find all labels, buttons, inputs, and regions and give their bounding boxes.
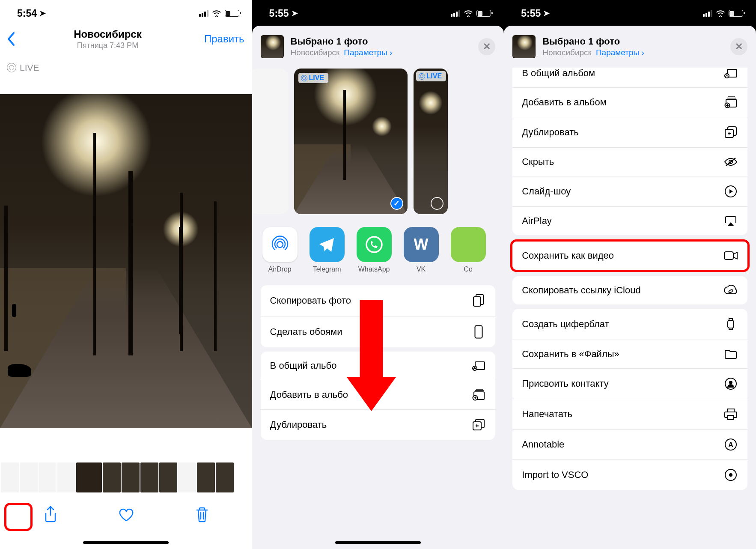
wifi-icon — [464, 10, 473, 17]
share-sheet-header: Выбрано 1 фото Новосибирск Параметры › ✕ — [504, 26, 756, 65]
signal-icon — [451, 10, 460, 17]
battery-icon — [225, 10, 239, 17]
live-icon — [301, 75, 307, 81]
svg-rect-23 — [728, 415, 734, 420]
svg-rect-20 — [728, 320, 734, 328]
home-indicator[interactable] — [335, 541, 421, 544]
action-label: Присвоить контакту — [522, 378, 608, 389]
airdrop-icon — [262, 227, 298, 262]
action-shared-album[interactable]: В общий альбом — [512, 68, 747, 88]
vk-icon: W — [404, 227, 439, 262]
back-button[interactable] — [7, 32, 15, 46]
signal-icon — [199, 10, 208, 17]
action-create-watchface[interactable]: Создать циферблат — [512, 309, 747, 340]
share-options-button[interactable]: Параметры › — [344, 48, 392, 57]
action-label: Import to VSCO — [522, 469, 588, 480]
battery-icon — [476, 10, 491, 17]
action-group: Скопировать ссылку iCloud — [512, 276, 747, 304]
action-label: AirPlay — [522, 215, 552, 227]
hide-icon — [723, 157, 738, 167]
print-icon — [723, 408, 738, 421]
share-location: Новосибирск — [291, 48, 340, 57]
copy-icon — [471, 294, 486, 307]
share-sheet: Выбрано 1 фото Новосибирск Параметры › ✕… — [252, 26, 504, 549]
share-button-highlight — [4, 503, 33, 531]
add-album-icon — [471, 389, 486, 401]
action-label: Сохранить в «Файлы» — [522, 349, 619, 360]
action-label: Скопировать фото — [270, 295, 351, 306]
action-label: В общий альбо — [270, 360, 337, 371]
svg-point-12 — [726, 75, 727, 76]
svg-rect-2 — [473, 297, 481, 306]
close-button[interactable]: ✕ — [478, 38, 495, 55]
action-save-as-video[interactable]: Сохранить как видео — [512, 242, 747, 270]
folder-icon — [723, 349, 738, 360]
app-airdrop[interactable]: AirDrop — [262, 227, 298, 273]
app-vk[interactable]: W VK — [403, 227, 440, 273]
share-button[interactable] — [43, 506, 58, 524]
airplay-icon — [723, 215, 738, 227]
duplicate-icon — [723, 126, 738, 139]
action-label: Скрыть — [522, 156, 554, 167]
vsco-icon — [723, 468, 738, 481]
app-label: AirDrop — [268, 266, 291, 273]
phone-icon — [471, 325, 486, 339]
close-button[interactable]: ✕ — [730, 38, 747, 55]
header-thumbnail — [512, 35, 536, 58]
action-add-to-album[interactable]: Добавить в альбом — [512, 88, 747, 117]
delete-button[interactable] — [195, 507, 209, 523]
status-bar: 5:55➤ — [252, 0, 504, 23]
status-time: 5:54 — [17, 8, 37, 19]
svg-point-6 — [474, 367, 476, 368]
save-as-video-highlight: Сохранить как видео — [510, 239, 750, 272]
wifi-icon — [716, 10, 725, 17]
location-arrow-icon: ➤ — [39, 9, 46, 18]
action-print[interactable]: Напечатать — [512, 399, 747, 430]
app-whatsapp[interactable]: WhatsApp — [356, 227, 393, 273]
app-icon — [451, 227, 486, 262]
home-indicator[interactable] — [83, 541, 169, 544]
action-save-to-files[interactable]: Сохранить в «Файлы» — [512, 340, 747, 369]
play-icon — [723, 185, 738, 198]
live-icon — [7, 63, 16, 72]
share-title: Выбрано 1 фото — [542, 36, 723, 47]
preview-item-selected[interactable]: LIVE ✓ — [294, 69, 408, 214]
action-assign-to-contact[interactable]: Присвоить контакту — [512, 369, 747, 399]
app-label: Co — [464, 266, 472, 273]
action-annotable[interactable]: Annotable A — [512, 430, 747, 460]
action-label: Добавить в альбом — [522, 97, 607, 108]
svg-point-27 — [729, 473, 732, 477]
share-title: Выбрано 1 фото — [291, 36, 472, 47]
shared-album-icon — [723, 68, 738, 79]
action-label: Слайд-шоу — [522, 186, 571, 197]
edit-button[interactable]: Править — [204, 33, 244, 45]
header-thumbnail — [261, 35, 284, 58]
action-duplicate[interactable]: Дублировать — [512, 117, 747, 148]
contact-icon — [723, 377, 738, 390]
app-telegram[interactable]: Telegram — [309, 227, 345, 273]
share-options-button[interactable]: Параметры › — [596, 48, 644, 57]
action-import-vsco[interactable]: Import to VSCO — [512, 460, 747, 490]
signal-icon — [703, 10, 712, 17]
thumbnail-strip[interactable] — [0, 462, 252, 492]
status-indicators — [703, 10, 743, 17]
favorite-button[interactable] — [118, 507, 134, 522]
action-airplay[interactable]: AirPlay — [512, 207, 747, 235]
action-duplicate[interactable]: Дублировать — [261, 410, 496, 440]
action-label: Сохранить как видео — [522, 250, 614, 261]
preview-item[interactable] — [252, 69, 288, 214]
location-arrow-icon: ➤ — [543, 9, 550, 18]
app-other[interactable]: Co — [450, 227, 487, 273]
photo-selection-row[interactable]: LIVE ✓ LIVE — [252, 69, 504, 214]
preview-item[interactable]: LIVE — [414, 69, 448, 214]
live-badge: LIVE — [416, 71, 446, 81]
add-album-icon — [723, 96, 738, 108]
share-sheet-header: Выбрано 1 фото Новосибирск Параметры › ✕ — [252, 26, 504, 65]
action-copy-icloud-link[interactable]: Скопировать ссылку iCloud — [512, 276, 747, 304]
photo-preview[interactable] — [0, 94, 252, 428]
live-icon — [419, 73, 425, 80]
action-slideshow[interactable]: Слайд-шоу — [512, 176, 747, 207]
share-apps-row[interactable]: AirDrop Telegram WhatsApp W VK Co — [252, 214, 504, 281]
action-label: Дублировать — [522, 127, 579, 138]
action-hide[interactable]: Скрыть — [512, 148, 747, 176]
